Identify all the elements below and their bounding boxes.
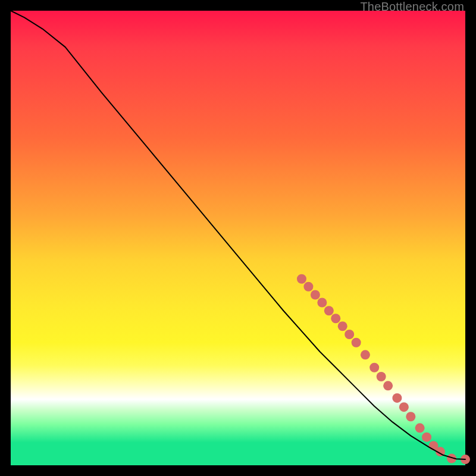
chart-stage: TheBottleneck.com — [0, 0, 476, 476]
data-marker — [345, 330, 354, 339]
data-marker — [303, 282, 313, 292]
data-marker — [297, 274, 306, 284]
watermark-text: TheBottleneck.com — [360, 0, 464, 14]
data-marker — [317, 298, 327, 307]
curve-line — [11, 11, 465, 459]
data-marker — [399, 402, 409, 412]
data-marker — [324, 306, 334, 315]
data-marker — [383, 381, 393, 390]
data-marker — [352, 338, 361, 347]
data-marker — [392, 393, 402, 403]
data-marker — [338, 321, 347, 331]
data-marker — [369, 363, 379, 372]
data-marker — [377, 372, 386, 381]
data-marker — [415, 423, 425, 433]
data-marker — [331, 314, 340, 323]
data-marker — [311, 290, 320, 300]
chart-svg — [11, 11, 465, 465]
data-marker — [361, 350, 370, 359]
data-markers — [297, 274, 470, 464]
data-marker — [422, 433, 431, 442]
data-marker — [406, 412, 415, 421]
